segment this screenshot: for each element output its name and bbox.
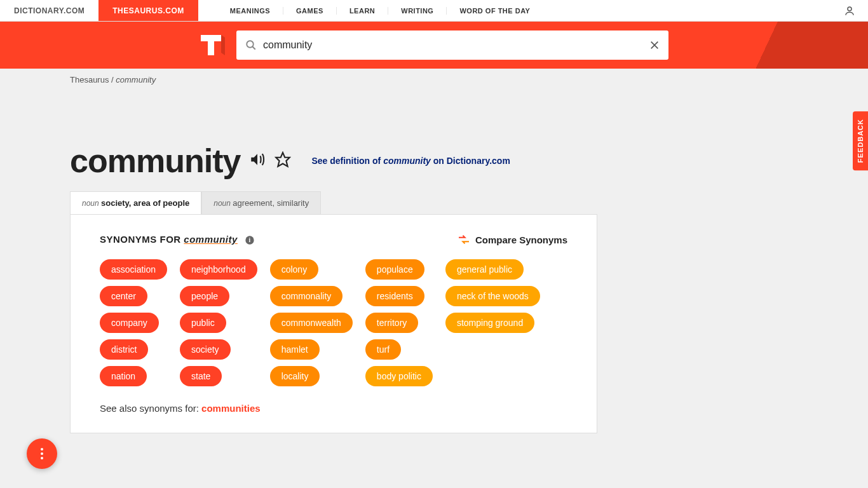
sense-tab-1[interactable]: noun agreement, similarity (201, 191, 321, 214)
svg-marker-8 (276, 152, 290, 166)
synonyms-card: SYNONYMS FOR community i Compare Synonym… (70, 214, 597, 433)
brand-tabs: DICTIONARY.COMTHESAURUS.COM (0, 0, 198, 21)
synonym-pill-neck-of-the-woods[interactable]: neck of the woods (445, 286, 540, 306)
synonyms-title: SYNONYMS FOR community i (100, 234, 255, 245)
audio-icon[interactable] (249, 151, 266, 170)
synonym-pill-colony[interactable]: colony (270, 259, 318, 280)
sense-tab-0[interactable]: noun society, area of people (70, 191, 201, 214)
nav-link-word-of-the-day[interactable]: WORD OF THE DAY (447, 7, 543, 15)
sense-tab-def: society, area of people (101, 198, 189, 208)
synonym-pill-association[interactable]: association (100, 259, 167, 280)
synonym-column-3: populaceresidentsterritoryturfbody polit… (365, 259, 433, 386)
search-box (236, 30, 668, 60)
clear-icon[interactable] (649, 40, 660, 50)
synonym-pill-society[interactable]: society (180, 339, 231, 360)
svg-rect-2 (208, 35, 214, 55)
synonym-pill-neighborhood[interactable]: neighborhood (180, 259, 257, 280)
user-icon[interactable] (844, 5, 855, 19)
synonym-pill-public[interactable]: public (180, 313, 226, 333)
see-also-prefix: See also synonyms for: (100, 403, 201, 414)
more-vertical-icon (41, 448, 43, 459)
star-icon[interactable] (275, 151, 291, 170)
nav-link-meanings[interactable]: MEANINGS (217, 7, 283, 15)
svg-point-4 (247, 41, 254, 48)
info-icon[interactable]: i (245, 235, 255, 245)
synonym-pill-populace[interactable]: populace (365, 259, 424, 280)
synonym-pill-people[interactable]: people (180, 286, 229, 306)
synonyms-grid: associationcentercompanydistrictnationne… (100, 259, 567, 386)
synonym-column-1: neighborhoodpeoplepublicsocietystate (180, 259, 257, 386)
synonym-pill-commonality[interactable]: commonality (270, 286, 343, 306)
search-input[interactable] (263, 39, 649, 51)
synonym-pill-district[interactable]: district (100, 339, 148, 360)
synonym-pill-territory[interactable]: territory (365, 313, 418, 333)
svg-text:i: i (248, 237, 250, 243)
main-content: community See definition of community on… (0, 85, 610, 433)
synonym-pill-state[interactable]: state (180, 366, 222, 386)
compare-synonyms-label: Compare Synonyms (475, 234, 567, 245)
sense-tab-pos: noun (82, 199, 101, 208)
synonym-column-0: associationcentercompanydistrictnation (100, 259, 167, 386)
synonym-pill-center[interactable]: center (100, 286, 147, 306)
nav-link-writing[interactable]: WRITING (388, 7, 447, 15)
brand-tab-thesaurus-com[interactable]: THESAURUS.COM (98, 0, 198, 21)
synonym-pill-residents[interactable]: residents (365, 286, 424, 306)
see-also-link[interactable]: communities (201, 403, 261, 414)
definition-link-word: community (383, 156, 431, 166)
search-icon (245, 39, 257, 51)
synonyms-header: SYNONYMS FOR community i Compare Synonym… (100, 234, 567, 245)
sense-tab-def: agreement, similarity (233, 198, 309, 208)
thesaurus-logo-icon[interactable] (197, 31, 225, 59)
nav-link-games[interactable]: GAMES (283, 7, 337, 15)
synonyms-title-prefix: SYNONYMS FOR (100, 234, 184, 245)
breadcrumb-root[interactable]: Thesaurus (70, 75, 109, 85)
compare-synonyms-button[interactable]: Compare Synonyms (458, 234, 567, 245)
fab-menu-button[interactable] (27, 438, 57, 469)
synonym-column-4: general publicneck of the woodsstomping … (445, 259, 540, 386)
headword: community (70, 142, 240, 180)
definition-link[interactable]: See definition of community on Dictionar… (311, 156, 510, 166)
svg-point-0 (848, 7, 851, 11)
sense-tabs: noun society, area of peoplenoun agreeme… (70, 191, 610, 214)
see-also: See also synonyms for: communities (100, 403, 567, 414)
synonym-pill-hamlet[interactable]: hamlet (270, 339, 320, 360)
synonym-pill-turf[interactable]: turf (365, 339, 401, 360)
synonym-pill-company[interactable]: company (100, 313, 159, 333)
breadcrumb-current: community (116, 75, 156, 85)
synonym-pill-nation[interactable]: nation (100, 366, 147, 386)
synonyms-title-word: community (184, 234, 238, 245)
sense-tab-pos: noun (214, 199, 233, 208)
definition-link-prefix: See definition of (311, 156, 383, 166)
nav-links: MEANINGSGAMESLEARNWRITINGWORD OF THE DAY (217, 7, 543, 15)
feedback-tab[interactable]: FEEDBACK (853, 111, 868, 170)
brand-tab-dictionary-com[interactable]: DICTIONARY.COM (0, 0, 98, 21)
synonym-pill-general-public[interactable]: general public (445, 259, 524, 280)
breadcrumb: Thesaurus / community (0, 69, 868, 85)
synonym-pill-locality[interactable]: locality (270, 366, 320, 386)
nav-link-learn[interactable]: LEARN (337, 7, 388, 15)
synonym-pill-stomping-ground[interactable]: stomping ground (445, 313, 534, 333)
top-nav: DICTIONARY.COMTHESAURUS.COM MEANINGSGAME… (0, 0, 868, 22)
search-bar (0, 22, 868, 69)
svg-line-5 (252, 46, 255, 50)
svg-marker-3 (221, 35, 225, 55)
synonym-pill-commonwealth[interactable]: commonwealth (270, 313, 353, 333)
headword-row: community See definition of community on… (70, 142, 610, 180)
definition-link-suffix: on Dictionary.com (431, 156, 510, 166)
synonym-column-2: colonycommonalitycommonwealthhamletlocal… (270, 259, 353, 386)
synonym-pill-body-politic[interactable]: body politic (365, 366, 433, 386)
compare-arrows-icon (458, 234, 470, 245)
